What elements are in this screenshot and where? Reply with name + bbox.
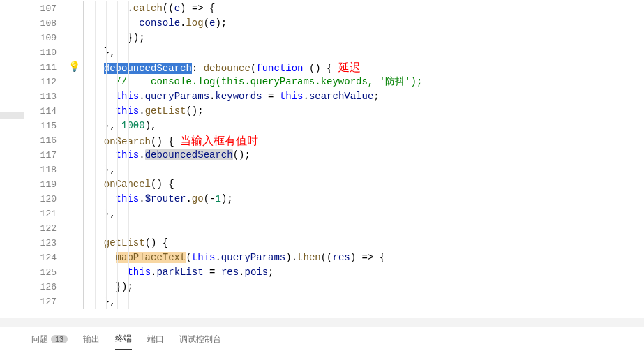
glyph-margin: 💡 [66, 0, 82, 318]
code-line[interactable]: // console.log(this.queryParams.keywords… [83, 75, 644, 89]
token-id: queryParams [145, 91, 209, 102]
glyph-slot [66, 119, 82, 133]
annotation-on-input: 当输入框有值时 [180, 135, 258, 147]
glyph-slot [66, 16, 82, 31]
vertical-scrollbar[interactable] [634, 0, 644, 318]
line-number[interactable]: 118 [24, 163, 66, 177]
token-kw: function [256, 63, 303, 74]
token-punc: () { [304, 63, 338, 74]
horizontal-scrollbar[interactable] [0, 318, 644, 327]
token-num: 1 [215, 193, 220, 204]
glyph-slot [66, 251, 82, 265]
code-line[interactable]: }, [83, 45, 644, 60]
glyph-slot [66, 177, 82, 192]
glyph-slot [66, 192, 82, 207]
token-op: => [362, 252, 374, 263]
token-com: // console.log(this.queryParams.keywords… [116, 76, 423, 87]
token-punc: () { [151, 179, 174, 190]
line-number-gutter[interactable]: 1071081091101111121131141151161171181191… [24, 0, 66, 318]
glyph-slot [66, 207, 82, 221]
token-id: searchValue [309, 91, 373, 102]
line-number[interactable]: 112 [24, 75, 66, 89]
code-line[interactable]: onSearch() { 当输入框有值时 [83, 133, 644, 148]
line-number[interactable]: 109 [24, 31, 66, 45]
code-line[interactable]: this.getList(); [83, 104, 644, 119]
code-line[interactable]: getList() { [83, 236, 644, 251]
token-punc: }); [116, 281, 133, 292]
line-number[interactable]: 127 [24, 294, 66, 309]
token-id: keywords [215, 91, 262, 102]
panel-tab-ports[interactable]: 端口 [147, 329, 164, 350]
panel-tab-terminal[interactable]: 终端 [115, 329, 132, 350]
token-punc: . [139, 105, 144, 117]
line-number[interactable]: 116 [24, 133, 66, 148]
panel-tab-output[interactable]: 输出 [83, 329, 100, 350]
token-punc: (); [233, 149, 250, 160]
token-punc: ( [204, 17, 209, 29]
code-line[interactable]: }); [83, 280, 644, 294]
token-punc: { [204, 3, 216, 14]
code-line[interactable]: onCancel() { [83, 177, 644, 192]
code-line[interactable]: this.parkList = res.pois; [83, 265, 644, 280]
token-id: queryParams [221, 252, 285, 263]
token-fn: go [192, 193, 204, 204]
token-punc: ) [180, 3, 192, 14]
line-number[interactable]: 107 [24, 1, 66, 16]
token-kw: this [116, 149, 140, 160]
glyph-slot [66, 75, 82, 89]
line-number[interactable]: 113 [24, 89, 66, 104]
token-punc: { [373, 252, 385, 263]
token-op: = [262, 91, 280, 102]
glyph-slot [66, 89, 82, 104]
token-punc: . [304, 91, 309, 102]
line-number[interactable]: 125 [24, 265, 66, 280]
code-line[interactable]: debouncedSearch: debounce(function () { … [83, 60, 644, 75]
lightbulb-icon[interactable]: 💡 [68, 61, 80, 73]
token-fn: getList [145, 105, 186, 117]
token-id: $router [145, 193, 186, 204]
line-number[interactable]: 110 [24, 45, 66, 60]
line-number[interactable]: 119 [24, 177, 66, 192]
code-line[interactable]: console.log(e); [83, 16, 644, 31]
code-line[interactable] [83, 221, 644, 236]
token-punc: ). [285, 252, 297, 263]
token-fn: then [297, 252, 321, 263]
glyph-slot [66, 1, 82, 16]
editor-area: 1071081091101111121131141151161171181191… [0, 0, 644, 318]
token-kw: this [116, 105, 140, 117]
code-line[interactable]: }, 1000), [83, 119, 644, 133]
code-content[interactable]: .catch((e) => { console.log(e); }); }, d… [82, 0, 644, 318]
code-line[interactable]: }, [83, 163, 644, 177]
line-number[interactable]: 108 [24, 16, 66, 31]
code-line[interactable]: this.queryParams.keywords = this.searchV… [83, 89, 644, 104]
token-kw: this [116, 91, 140, 102]
code-line[interactable]: this.$router.go(-1); [83, 192, 644, 207]
left-sidebar-strip [0, 0, 24, 318]
line-number[interactable]: 123 [24, 236, 66, 251]
line-number[interactable]: 122 [24, 221, 66, 236]
line-number[interactable]: 121 [24, 207, 66, 221]
token-kw: this [192, 252, 216, 263]
token-punc: (( [321, 252, 333, 263]
code-line[interactable]: .catch((e) => { [83, 1, 644, 16]
line-number[interactable]: 126 [24, 280, 66, 294]
token-punc: () { [151, 136, 180, 147]
line-number[interactable]: 115 [24, 119, 66, 133]
token-id: e [174, 3, 180, 14]
code-line[interactable]: }); [83, 31, 644, 45]
code-line[interactable]: this.debouncedSearch(); [83, 148, 644, 163]
line-number[interactable]: 114 [24, 104, 66, 119]
token-id: pois [245, 267, 269, 278]
token-op: => [192, 3, 204, 14]
panel-tab-debug[interactable]: 调试控制台 [179, 329, 221, 350]
code-line[interactable]: mapPlaceText(this.queryParams).then((res… [83, 251, 644, 265]
line-number[interactable]: 124 [24, 251, 66, 265]
code-line[interactable]: }, [83, 294, 644, 309]
panel-tab-problems[interactable]: 问题13 [31, 329, 68, 350]
code-line[interactable]: }, [83, 207, 644, 221]
line-number[interactable]: 111 [24, 60, 66, 75]
line-number[interactable]: 120 [24, 192, 66, 207]
token-punc: . [139, 91, 144, 102]
line-number[interactable]: 117 [24, 148, 66, 163]
glyph-slot [66, 294, 82, 309]
